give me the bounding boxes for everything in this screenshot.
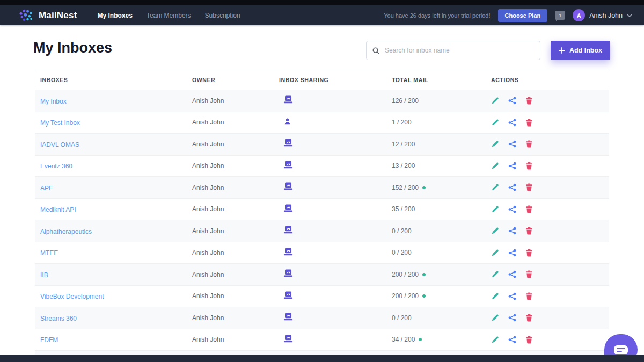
inbox-name-cell: VibeBox Development [40,291,192,301]
owner-cell: Anish John [192,205,279,213]
actions-cell [491,140,609,148]
share-icon[interactable] [508,140,516,148]
delete-icon[interactable] [525,205,533,213]
inbox-name-link[interactable]: My Inbox [40,98,67,105]
search-icon [372,47,380,55]
nav-menu: My Inboxes Team Members Subscription [98,12,240,19]
table-row: My Inbox Anish John [35,90,609,112]
chevron-down-icon [627,14,632,17]
edit-icon[interactable] [491,162,499,170]
plus-icon [559,47,565,54]
edit-icon[interactable] [491,119,499,127]
inbox-name-link[interactable]: IADVL OMAS [40,141,79,149]
edit-icon[interactable] [491,205,499,213]
share-icon[interactable] [508,249,516,257]
nav-item-subscription[interactable]: Subscription [205,12,240,19]
owner-cell: Anish John [192,249,279,256]
sharing-cell [279,117,392,128]
bottom-frame-strip [0,355,644,362]
share-icon[interactable] [508,336,516,344]
delete-icon[interactable] [525,97,533,105]
shared-inbox-laptop-icon [283,248,293,256]
total-mail-value: 34 / 200 [392,336,415,343]
edit-icon[interactable] [491,292,499,300]
sharing-cell [279,95,392,106]
inbox-name-cell: APF [40,183,192,193]
inbox-name-link[interactable]: MTEE [40,249,58,257]
edit-icon[interactable] [491,140,499,148]
table-row: IADVL OMAS Anish John [35,134,609,156]
table-body: My Inbox Anish John [35,90,609,351]
user-menu[interactable]: A Anish John [573,9,632,21]
delete-icon[interactable] [525,140,533,148]
add-inbox-button[interactable]: Add Inbox [551,41,610,60]
inbox-name-link[interactable]: Mediknit API [40,206,76,213]
total-mail-value: 35 / 200 [392,205,415,213]
sharing-cell [279,291,392,301]
total-mail-cell: 152 / 200 [392,184,491,191]
page-title: My Inboxes [33,40,112,56]
share-icon[interactable] [508,183,516,191]
shared-inbox-laptop-icon [283,226,293,234]
choose-plan-button[interactable]: Choose Plan [498,9,548,22]
edit-icon[interactable] [491,314,499,322]
header-inboxes: INBOXES [40,77,192,83]
chat-bubble-icon [614,345,628,354]
feedback-bubble-icon[interactable]: 1 [555,11,565,20]
share-icon[interactable] [508,97,516,105]
actions-cell [491,97,609,105]
edit-icon[interactable] [491,270,499,278]
brand[interactable]: MailNest [18,9,77,22]
table-row: Eventz 360 Anish John [35,156,609,178]
share-icon[interactable] [508,119,516,127]
shared-inbox-laptop-icon [283,95,293,104]
delete-icon[interactable] [525,249,533,257]
table-header: INBOXES OWNER INBOX SHARING TOTAL MAIL A… [35,70,609,90]
add-inbox-label: Add Inbox [569,47,602,54]
total-mail-value: 0 / 200 [392,227,412,235]
trial-countdown-text: You have 26 days left in your trial peri… [384,12,490,19]
delete-icon[interactable] [525,292,533,300]
edit-icon[interactable] [491,249,499,257]
delete-icon[interactable] [525,336,533,344]
inbox-name-link[interactable]: APF [40,184,53,192]
nav-item-team-members[interactable]: Team Members [147,12,191,19]
inbox-name-link[interactable]: Alphatherapeutics [40,228,92,235]
shared-inbox-laptop-icon [283,161,293,169]
share-icon[interactable] [508,270,516,278]
actions-cell [491,119,609,127]
delete-icon[interactable] [525,227,533,235]
share-icon[interactable] [508,205,516,213]
inbox-name-link[interactable]: Streams 360 [40,315,77,322]
share-icon[interactable] [508,227,516,235]
inbox-name-link[interactable]: VibeBox Development [40,293,104,300]
inbox-name-link[interactable]: My Test Inbox [40,119,80,127]
edit-icon[interactable] [491,336,499,344]
share-icon[interactable] [508,314,516,322]
share-icon[interactable] [508,292,516,300]
inbox-name-link[interactable]: IIB [40,271,48,279]
inbox-name-cell: Mediknit API [40,204,192,214]
edit-icon[interactable] [491,227,499,235]
header-inbox-sharing: INBOX SHARING [279,77,392,83]
table-row: APF Anish John [35,177,609,199]
search-input[interactable] [385,47,535,54]
total-mail-cell: 1 / 200 [392,119,491,126]
edit-icon[interactable] [491,97,499,105]
notification-badge: 1 [559,13,561,18]
delete-icon[interactable] [525,270,533,278]
delete-icon[interactable] [525,183,533,191]
delete-icon[interactable] [525,314,533,322]
delete-icon[interactable] [525,162,533,170]
inbox-name-link[interactable]: FDFM [40,336,58,344]
edit-icon[interactable] [491,183,499,191]
inbox-name-cell: IADVL OMAS [40,139,192,149]
mailnest-logo-icon [18,9,34,22]
inbox-name-cell: Alphatherapeutics [40,226,192,236]
nav-item-my-inboxes[interactable]: My Inboxes [98,12,133,19]
sharing-cell [279,182,392,193]
inbox-name-link[interactable]: Eventz 360 [40,162,72,170]
share-icon[interactable] [508,162,516,170]
delete-icon[interactable] [525,119,533,127]
inbox-name-cell: IIB [40,270,192,279]
